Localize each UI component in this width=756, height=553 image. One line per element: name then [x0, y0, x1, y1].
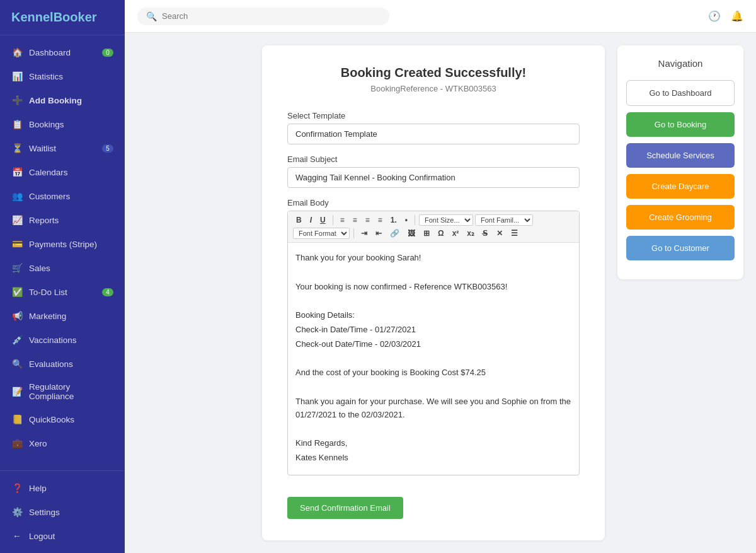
- sidebar-item-label-vaccinations: Vaccinations: [29, 335, 77, 345]
- booking-confirmation-card: Booking Created Successfully! BookingRef…: [262, 45, 605, 540]
- reports-icon: 📈: [11, 214, 23, 226]
- go-to-customer-button[interactable]: Go to Customer: [626, 236, 735, 260]
- create-daycare-button[interactable]: Create Daycare: [626, 174, 735, 199]
- email-body-label: Email Body: [287, 198, 580, 207]
- card-title: Booking Created Successfully!: [287, 66, 580, 80]
- email-body-editor[interactable]: Thank you for your booking Sarah! Your b…: [288, 243, 579, 475]
- link-button[interactable]: 🔗: [387, 228, 403, 239]
- schedule-services-button[interactable]: Schedule Services: [626, 143, 735, 168]
- settings-icon: ⚙️: [11, 506, 23, 518]
- strikethrough-button[interactable]: S̶: [479, 228, 491, 239]
- sidebar-item-settings[interactable]: ⚙️Settings: [0, 500, 125, 524]
- sidebar-badge-waitlist: 5: [102, 144, 113, 153]
- sidebar-item-quickbooks[interactable]: 📒QuickBooks: [0, 407, 125, 431]
- topbar-icons: 🕐 🔔: [708, 10, 743, 22]
- calendars-icon: 📅: [11, 166, 23, 178]
- sidebar-item-xero[interactable]: 💼Xero: [0, 431, 125, 455]
- font-format-select[interactable]: Font Format: [293, 228, 350, 239]
- sidebar-item-reports[interactable]: 📈Reports: [0, 208, 125, 232]
- sidebar-item-label-calendars: Calendars: [29, 168, 68, 177]
- sidebar-item-label-xero: Xero: [29, 439, 47, 448]
- email-editor: B I U ≡ ≡ ≡ ≡ 1. • Font Size... Font Fam…: [287, 211, 580, 475]
- sidebar-item-regulatory[interactable]: 📝Regulatory Compliance: [0, 376, 125, 407]
- table-button[interactable]: ⊞: [420, 228, 433, 239]
- editor-toolbar: B I U ≡ ≡ ≡ ≡ 1. • Font Size... Font Fam…: [288, 211, 579, 243]
- send-confirmation-button[interactable]: Send Confirmation Email: [287, 497, 403, 519]
- sidebar-item-add-booking[interactable]: ➕Add Booking: [0, 88, 125, 112]
- todo-icon: ✅: [11, 286, 23, 298]
- template-select[interactable]: Confirmation Template: [287, 124, 580, 144]
- email-subject-group: Email Subject: [287, 154, 580, 188]
- sidebar-item-customers[interactable]: 👥Customers: [0, 184, 125, 208]
- sidebar-item-waitlist[interactable]: ⏳Waitlist5: [0, 136, 125, 160]
- quickbooks-icon: 📒: [11, 414, 23, 425]
- underline-button[interactable]: U: [317, 214, 329, 226]
- more-options-button[interactable]: ☰: [508, 228, 521, 239]
- search-icon: 🔍: [146, 11, 157, 21]
- sidebar-item-label-waitlist: Waitlist: [29, 144, 56, 153]
- app-logo: KennelBooker: [0, 0, 125, 35]
- font-size-select[interactable]: Font Size...: [419, 214, 473, 226]
- topbar: 🔍 🕐 🔔: [125, 0, 756, 33]
- sidebar-item-calendars[interactable]: 📅Calendars: [0, 160, 125, 184]
- sidebar-nav: 🏠Dashboard0📊Statistics➕Add Booking📋Booki…: [0, 35, 125, 470]
- marketing-icon: 📢: [11, 310, 23, 322]
- sidebar-item-label-regulatory: Regulatory Compliance: [29, 382, 113, 401]
- sidebar-item-evaluations[interactable]: 🔍Evaluations: [0, 352, 125, 376]
- list-ol-button[interactable]: 1.: [387, 214, 400, 226]
- sidebar-item-label-marketing: Marketing: [29, 311, 66, 321]
- email-subject-label: Email Subject: [287, 154, 580, 164]
- logout-icon: ←: [11, 530, 23, 542]
- align-right-button[interactable]: ≡: [362, 214, 373, 226]
- sidebar-footer-label-help: Help: [29, 484, 47, 493]
- toolbar-sep-3: [353, 228, 354, 238]
- image-button[interactable]: 🖼: [404, 228, 418, 239]
- toolbar-sep-1: [333, 215, 333, 225]
- go-to-dashboard-button[interactable]: Go to Dashboard: [626, 80, 735, 106]
- italic-button[interactable]: I: [307, 214, 315, 226]
- template-label: Select Template: [287, 111, 580, 120]
- search-input[interactable]: [162, 11, 381, 21]
- indent-button[interactable]: ⇥: [358, 228, 370, 239]
- list-ul-button[interactable]: •: [402, 214, 411, 226]
- sidebar-item-marketing[interactable]: 📢Marketing: [0, 304, 125, 328]
- sidebar-item-vaccinations[interactable]: 💉Vaccinations: [0, 328, 125, 352]
- create-grooming-button[interactable]: Create Grooming: [626, 205, 735, 230]
- xero-icon: 💼: [11, 438, 23, 449]
- sidebar-item-sales[interactable]: 🛒Sales: [0, 256, 125, 280]
- sidebar-item-statistics[interactable]: 📊Statistics: [0, 64, 125, 88]
- align-justify-button[interactable]: ≡: [375, 214, 386, 226]
- bookings-icon: 📋: [11, 119, 23, 130]
- nav-buttons-container: Go to DashboardGo to BookingSchedule Ser…: [626, 80, 735, 260]
- subscript-button[interactable]: x₂: [464, 228, 478, 239]
- superscript-button[interactable]: x²: [449, 228, 462, 239]
- font-family-select[interactable]: Font Famil...: [475, 214, 533, 226]
- outdent-button[interactable]: ⇤: [372, 228, 385, 239]
- search-bar[interactable]: 🔍: [137, 8, 389, 25]
- sidebar-item-label-quickbooks: QuickBooks: [29, 415, 74, 424]
- customers-icon: 👥: [11, 190, 23, 202]
- bell-icon[interactable]: 🔔: [731, 10, 743, 22]
- sales-icon: 🛒: [11, 262, 23, 274]
- sidebar-item-help[interactable]: ❓Help: [0, 476, 125, 500]
- sidebar-item-bookings[interactable]: 📋Bookings: [0, 112, 125, 136]
- email-subject-input[interactable]: [287, 167, 580, 188]
- go-to-booking-button[interactable]: Go to Booking: [626, 112, 735, 137]
- sidebar-item-label-reports: Reports: [29, 216, 59, 225]
- sidebar-item-label-bookings: Bookings: [29, 120, 64, 129]
- waitlist-icon: ⏳: [11, 143, 23, 154]
- sidebar-item-payments[interactable]: 💳Payments (Stripe): [0, 232, 125, 256]
- right-panel: Navigation Go to DashboardGo to BookingS…: [617, 45, 743, 540]
- sidebar-item-todo[interactable]: ✅To-Do List4: [0, 280, 125, 304]
- dashboard-icon: 🏠: [11, 47, 23, 58]
- sidebar-item-dashboard[interactable]: 🏠Dashboard0: [0, 40, 125, 64]
- clear-format-button[interactable]: ✕: [493, 228, 506, 239]
- sidebar-item-label-sales: Sales: [29, 264, 50, 273]
- bold-button[interactable]: B: [293, 214, 305, 226]
- align-center-button[interactable]: ≡: [350, 214, 360, 226]
- special-char-button[interactable]: Ω: [435, 228, 447, 239]
- sidebar-item-logout[interactable]: ←Logout: [0, 524, 125, 548]
- clock-icon[interactable]: 🕐: [708, 10, 721, 22]
- sidebar-item-label-customers: Customers: [29, 192, 70, 201]
- align-left-button[interactable]: ≡: [337, 214, 348, 226]
